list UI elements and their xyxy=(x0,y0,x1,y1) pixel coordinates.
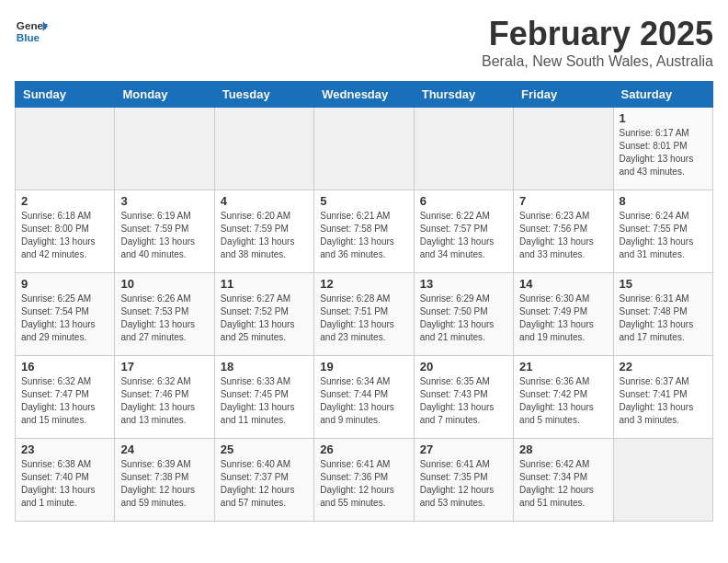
day-number: 28 xyxy=(519,442,607,456)
day-info: Sunrise: 6:34 AM Sunset: 7:44 PM Dayligh… xyxy=(320,375,407,427)
calendar-cell: 17Sunrise: 6:32 AM Sunset: 7:46 PM Dayli… xyxy=(115,356,214,439)
day-info: Sunrise: 6:28 AM Sunset: 7:51 PM Dayligh… xyxy=(320,293,407,344)
calendar-cell: 8Sunrise: 6:24 AM Sunset: 7:55 PM Daylig… xyxy=(613,190,712,273)
calendar-cell: 15Sunrise: 6:31 AM Sunset: 7:48 PM Dayli… xyxy=(613,273,712,356)
weekday-header-monday: Monday xyxy=(115,82,214,108)
day-info: Sunrise: 6:40 AM Sunset: 7:37 PM Dayligh… xyxy=(221,458,308,510)
day-info: Sunrise: 6:23 AM Sunset: 7:56 PM Dayligh… xyxy=(519,210,607,261)
calendar-cell: 11Sunrise: 6:27 AM Sunset: 7:52 PM Dayli… xyxy=(214,273,313,356)
day-info: Sunrise: 6:33 AM Sunset: 7:45 PM Dayligh… xyxy=(221,375,308,427)
calendar-cell: 20Sunrise: 6:35 AM Sunset: 7:43 PM Dayli… xyxy=(414,356,513,439)
calendar-cell xyxy=(16,108,115,190)
day-number: 18 xyxy=(221,360,308,373)
calendar-cell: 28Sunrise: 6:42 AM Sunset: 7:34 PM Dayli… xyxy=(514,439,613,522)
day-info: Sunrise: 6:29 AM Sunset: 7:50 PM Dayligh… xyxy=(420,293,507,344)
calendar-cell: 9Sunrise: 6:25 AM Sunset: 7:54 PM Daylig… xyxy=(16,273,115,356)
calendar-cell: 5Sunrise: 6:21 AM Sunset: 7:58 PM Daylig… xyxy=(314,190,414,273)
calendar-cell: 13Sunrise: 6:29 AM Sunset: 7:50 PM Dayli… xyxy=(414,273,513,356)
weekday-header-wednesday: Wednesday xyxy=(314,82,414,108)
day-number: 17 xyxy=(120,360,208,373)
day-info: Sunrise: 6:32 AM Sunset: 7:46 PM Dayligh… xyxy=(120,375,208,427)
day-number: 5 xyxy=(320,194,407,208)
calendar-cell: 14Sunrise: 6:30 AM Sunset: 7:49 PM Dayli… xyxy=(514,273,613,356)
day-info: Sunrise: 6:41 AM Sunset: 7:36 PM Dayligh… xyxy=(320,458,407,510)
day-info: Sunrise: 6:31 AM Sunset: 7:48 PM Dayligh… xyxy=(620,293,707,344)
calendar-cell: 12Sunrise: 6:28 AM Sunset: 7:51 PM Dayli… xyxy=(314,273,414,356)
day-info: Sunrise: 6:42 AM Sunset: 7:34 PM Dayligh… xyxy=(519,458,607,510)
day-number: 6 xyxy=(420,194,507,208)
day-number: 23 xyxy=(21,442,108,456)
day-info: Sunrise: 6:30 AM Sunset: 7:49 PM Dayligh… xyxy=(519,293,607,344)
day-number: 7 xyxy=(519,194,607,208)
week-row-4: 16Sunrise: 6:32 AM Sunset: 7:47 PM Dayli… xyxy=(16,356,713,439)
day-info: Sunrise: 6:26 AM Sunset: 7:53 PM Dayligh… xyxy=(120,293,208,344)
day-number: 21 xyxy=(519,360,607,373)
day-number: 2 xyxy=(21,194,108,208)
weekday-header-saturday: Saturday xyxy=(613,82,712,108)
calendar-title: February 2025 xyxy=(482,15,713,53)
day-number: 27 xyxy=(420,442,507,456)
weekday-header-row: SundayMondayTuesdayWednesdayThursdayFrid… xyxy=(16,82,713,108)
day-info: Sunrise: 6:37 AM Sunset: 7:41 PM Dayligh… xyxy=(620,375,707,427)
day-info: Sunrise: 6:17 AM Sunset: 8:01 PM Dayligh… xyxy=(620,127,707,178)
calendar-cell: 3Sunrise: 6:19 AM Sunset: 7:59 PM Daylig… xyxy=(115,190,214,273)
calendar-cell: 16Sunrise: 6:32 AM Sunset: 7:47 PM Dayli… xyxy=(16,356,115,439)
calendar-cell xyxy=(414,108,513,190)
calendar-cell: 19Sunrise: 6:34 AM Sunset: 7:44 PM Dayli… xyxy=(314,356,414,439)
calendar-cell: 2Sunrise: 6:18 AM Sunset: 8:00 PM Daylig… xyxy=(16,190,115,273)
day-number: 12 xyxy=(320,277,407,291)
week-row-2: 2Sunrise: 6:18 AM Sunset: 8:00 PM Daylig… xyxy=(16,190,713,273)
calendar-table: SundayMondayTuesdayWednesdayThursdayFrid… xyxy=(15,81,713,522)
weekday-header-friday: Friday xyxy=(514,82,613,108)
day-number: 15 xyxy=(620,277,707,291)
day-number: 24 xyxy=(120,442,208,456)
day-number: 3 xyxy=(120,194,208,208)
title-section: February 2025 Berala, New South Wales, A… xyxy=(482,15,713,70)
day-number: 14 xyxy=(519,277,607,291)
calendar-cell: 24Sunrise: 6:39 AM Sunset: 7:38 PM Dayli… xyxy=(115,439,214,522)
day-number: 1 xyxy=(620,111,707,125)
calendar-cell: 1Sunrise: 6:17 AM Sunset: 8:01 PM Daylig… xyxy=(613,108,712,190)
calendar-cell xyxy=(514,108,613,190)
day-info: Sunrise: 6:25 AM Sunset: 7:54 PM Dayligh… xyxy=(21,293,108,344)
day-info: Sunrise: 6:19 AM Sunset: 7:59 PM Dayligh… xyxy=(120,210,208,261)
calendar-cell xyxy=(314,108,414,190)
page-header: General Blue February 2025 Berala, New S… xyxy=(15,15,713,70)
calendar-cell: 22Sunrise: 6:37 AM Sunset: 7:41 PM Dayli… xyxy=(613,356,712,439)
calendar-cell: 4Sunrise: 6:20 AM Sunset: 7:59 PM Daylig… xyxy=(214,190,313,273)
day-number: 9 xyxy=(21,277,108,291)
week-row-5: 23Sunrise: 6:38 AM Sunset: 7:40 PM Dayli… xyxy=(16,439,713,522)
day-number: 22 xyxy=(620,360,707,373)
day-info: Sunrise: 6:18 AM Sunset: 8:00 PM Dayligh… xyxy=(21,210,108,261)
day-info: Sunrise: 6:32 AM Sunset: 7:47 PM Dayligh… xyxy=(21,375,108,427)
day-info: Sunrise: 6:20 AM Sunset: 7:59 PM Dayligh… xyxy=(221,210,308,261)
day-number: 11 xyxy=(221,277,308,291)
calendar-cell: 6Sunrise: 6:22 AM Sunset: 7:57 PM Daylig… xyxy=(414,190,513,273)
day-info: Sunrise: 6:35 AM Sunset: 7:43 PM Dayligh… xyxy=(420,375,507,427)
day-number: 10 xyxy=(120,277,208,291)
weekday-header-thursday: Thursday xyxy=(414,82,513,108)
logo: General Blue xyxy=(15,15,48,48)
day-info: Sunrise: 6:24 AM Sunset: 7:55 PM Dayligh… xyxy=(620,210,707,261)
logo-icon: General Blue xyxy=(15,15,48,48)
day-info: Sunrise: 6:22 AM Sunset: 7:57 PM Dayligh… xyxy=(420,210,507,261)
calendar-cell: 21Sunrise: 6:36 AM Sunset: 7:42 PM Dayli… xyxy=(514,356,613,439)
day-info: Sunrise: 6:41 AM Sunset: 7:35 PM Dayligh… xyxy=(420,458,507,510)
day-number: 13 xyxy=(420,277,507,291)
calendar-cell: 7Sunrise: 6:23 AM Sunset: 7:56 PM Daylig… xyxy=(514,190,613,273)
day-number: 26 xyxy=(320,442,407,456)
day-info: Sunrise: 6:36 AM Sunset: 7:42 PM Dayligh… xyxy=(519,375,607,427)
day-number: 8 xyxy=(620,194,707,208)
calendar-subtitle: Berala, New South Wales, Australia xyxy=(482,53,713,70)
calendar-cell: 23Sunrise: 6:38 AM Sunset: 7:40 PM Dayli… xyxy=(16,439,115,522)
calendar-cell: 10Sunrise: 6:26 AM Sunset: 7:53 PM Dayli… xyxy=(115,273,214,356)
week-row-1: 1Sunrise: 6:17 AM Sunset: 8:01 PM Daylig… xyxy=(16,108,713,190)
day-number: 19 xyxy=(320,360,407,373)
day-info: Sunrise: 6:39 AM Sunset: 7:38 PM Dayligh… xyxy=(120,458,208,510)
day-info: Sunrise: 6:38 AM Sunset: 7:40 PM Dayligh… xyxy=(21,458,108,510)
day-info: Sunrise: 6:21 AM Sunset: 7:58 PM Dayligh… xyxy=(320,210,407,261)
day-number: 4 xyxy=(221,194,308,208)
calendar-cell: 25Sunrise: 6:40 AM Sunset: 7:37 PM Dayli… xyxy=(214,439,313,522)
svg-text:Blue: Blue xyxy=(17,31,40,43)
day-number: 16 xyxy=(21,360,108,373)
